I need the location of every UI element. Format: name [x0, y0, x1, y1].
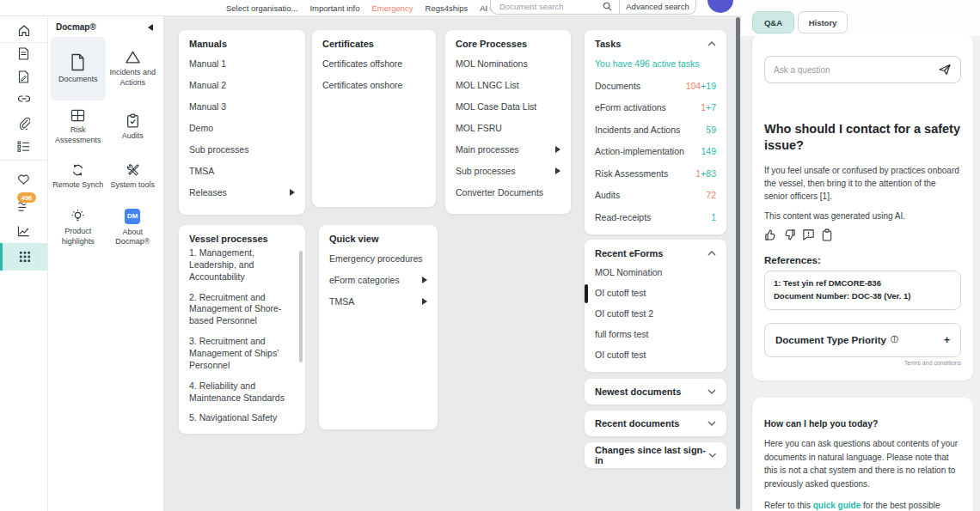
copy-icon[interactable] — [821, 228, 833, 241]
card-scrollbar[interactable] — [299, 251, 303, 362]
file-text-icon[interactable] — [0, 47, 47, 60]
newest-documents-card[interactable]: Newest documents — [585, 379, 726, 405]
active-tasks-summary[interactable]: You have 496 active tasks — [595, 52, 716, 75]
menu-item[interactable]: Manual 1 — [189, 52, 295, 74]
task-row[interactable]: Action-implementation149 — [595, 141, 716, 163]
menu-item[interactable]: MOL Case Data List — [456, 95, 560, 117]
nav-emergency[interactable]: Emergency — [372, 3, 413, 13]
card-title: Certificates — [322, 35, 426, 52]
lightbulb-icon — [70, 209, 85, 223]
reference-box[interactable]: 1: Test yin ref DMCORE-836 Document Numb… — [764, 271, 961, 309]
menu-item[interactable]: Converter Documents — [456, 181, 560, 203]
menu-item[interactable]: OI cutoff test 2 — [595, 303, 716, 324]
sidebar-item-remote-synch[interactable]: Remote Synch — [51, 154, 106, 200]
menu-item[interactable]: Certificates offshore — [322, 52, 426, 74]
menu-item[interactable]: Demo — [189, 117, 295, 138]
menu-item[interactable]: 2. Recruitment and Management of Shore-b… — [189, 292, 290, 328]
menu-item[interactable]: MOL LNGC List — [456, 74, 560, 95]
expand-plus-icon[interactable]: + — [944, 334, 950, 346]
quick-guide-link[interactable]: quick guide — [813, 501, 861, 510]
search-input[interactable]: Document search — [491, 2, 619, 14]
tab-qa[interactable]: Q&A — [752, 11, 794, 33]
task-list-icon[interactable] — [0, 141, 47, 152]
apps-grid-item-active[interactable] — [0, 243, 47, 271]
menu-item[interactable]: Sub processes — [189, 138, 295, 160]
nav-regs4ships[interactable]: Regs4ships — [426, 3, 469, 13]
menu-item[interactable]: Manual 2 — [189, 74, 295, 95]
home-icon[interactable] — [0, 24, 47, 37]
submenu-arrow-icon — [422, 298, 427, 305]
sidebar-item-incidents-and-actions[interactable]: Incidents and Actions — [106, 37, 161, 100]
task-row[interactable]: Risk Assessments1+83 — [595, 162, 716, 185]
menu-item[interactable]: Emergency procedures — [329, 247, 427, 269]
task-row[interactable]: Incidents and Actions59 — [595, 119, 716, 141]
nav-important-info[interactable]: Important info — [309, 3, 359, 13]
menu-item[interactable]: Certificates onshore — [322, 74, 426, 95]
task-row[interactable]: Audits72 — [595, 185, 716, 207]
sidebar-item-product-highlights[interactable]: Product highlights — [51, 200, 106, 255]
task-row[interactable]: Documents104+19 — [595, 75, 716, 97]
tab-history[interactable]: History — [798, 11, 848, 33]
advanced-search-button[interactable]: Advanced search — [620, 2, 695, 14]
chevron-down-icon[interactable] — [707, 389, 716, 394]
menu-item[interactable]: OI cutoff test — [595, 344, 716, 365]
collapse-sidebar-icon[interactable] — [148, 24, 153, 31]
menu-item[interactable]: eForm categories — [329, 269, 427, 290]
heart-icon[interactable] — [0, 173, 47, 185]
menu-item[interactable]: Manual 3 — [189, 95, 295, 117]
task-count-overdue: 104 — [686, 81, 701, 91]
file-pen-icon[interactable] — [0, 70, 47, 83]
menu-item[interactable]: TMSA — [329, 290, 427, 312]
ask-question-input[interactable]: Ask a question — [764, 56, 961, 83]
reference-line: Document Number: DOC-38 (Ver. 1) — [774, 290, 952, 303]
chevron-down-icon[interactable] — [707, 421, 716, 426]
nav-select-organisation[interactable]: Select organisatio... — [226, 3, 297, 13]
sidebar-item-documents[interactable]: Documents — [51, 37, 106, 100]
sidebar-item-label: Incidents and Actions — [107, 68, 159, 88]
sidebar-item-about-docmap[interactable]: DM About Docmap® — [106, 200, 161, 255]
terms-and-conditions-link[interactable]: Terms and conditions — [764, 360, 961, 366]
chart-icon[interactable] — [0, 225, 47, 237]
recent-eforms-card: Recent eForms MOL Nomination OI cutoff t… — [585, 240, 726, 372]
menu-item[interactable]: Sub processes — [456, 160, 560, 181]
document-type-priority-accordion[interactable]: Document Type Priorityⓘ + — [764, 323, 961, 357]
thumbs-up-icon[interactable] — [764, 228, 777, 241]
changes-since-last-signin-card[interactable]: Changes since last sign-in — [585, 442, 726, 468]
feedback-comment-icon[interactable] — [802, 228, 815, 241]
task-count: 1 — [711, 212, 716, 222]
recent-documents-card[interactable]: Recent documents — [585, 411, 726, 436]
triangle-icon — [125, 50, 141, 64]
menu-item[interactable]: MOL Nomination — [595, 262, 716, 283]
main-scrollbar[interactable] — [736, 17, 740, 509]
menu-item[interactable]: Releases — [189, 181, 295, 203]
clipboard-check-icon — [126, 113, 139, 128]
chevron-up-icon[interactable] — [707, 41, 716, 46]
menu-item[interactable]: 5. Navigational Safety — [189, 412, 290, 424]
thumbs-down-icon[interactable] — [783, 228, 796, 241]
chevron-up-icon[interactable] — [707, 251, 716, 256]
menu-item[interactable]: 1. Management, Leadership, and Accountab… — [189, 247, 290, 283]
menu-item[interactable]: full forms test — [595, 324, 716, 344]
sidebar-item-risk-assessments[interactable]: Risk Assessments — [51, 100, 106, 154]
send-icon[interactable] — [938, 64, 952, 76]
quick-view-card: Quick view Emergency procedures eForm ca… — [319, 225, 438, 429]
chevron-down-icon[interactable] — [708, 453, 716, 458]
docmap-app: Select organisatio... Important info Eme… — [0, 0, 980, 511]
menu-item[interactable]: 3. Recruitment and Management of Ships' … — [189, 336, 290, 372]
menu-item[interactable]: Main processes — [456, 138, 560, 160]
menu-item[interactable]: MOL Nominations — [456, 52, 560, 74]
menu-item[interactable]: TMSA — [189, 160, 295, 181]
sidebar-item-audits[interactable]: Audits — [106, 100, 161, 154]
menu-item[interactable]: 4. Reliability and Maintenance Standards — [189, 380, 290, 405]
sync-icon — [70, 163, 85, 177]
info-icon[interactable]: ⓘ — [891, 334, 898, 345]
menu-item[interactable]: OI cutoff test — [595, 283, 716, 303]
paperclip-icon[interactable] — [0, 117, 47, 130]
sidebar-item-system-tools[interactable]: System tools — [106, 154, 161, 200]
card-title: Quick view — [329, 230, 427, 247]
menu-item[interactable]: MOL FSRU — [456, 117, 560, 138]
task-row[interactable]: Read-receipts1 — [595, 206, 716, 228]
sidebar-item-label: Audits — [122, 131, 144, 141]
link-icon[interactable] — [0, 94, 47, 103]
task-row[interactable]: eForm activations1+7 — [595, 97, 716, 119]
